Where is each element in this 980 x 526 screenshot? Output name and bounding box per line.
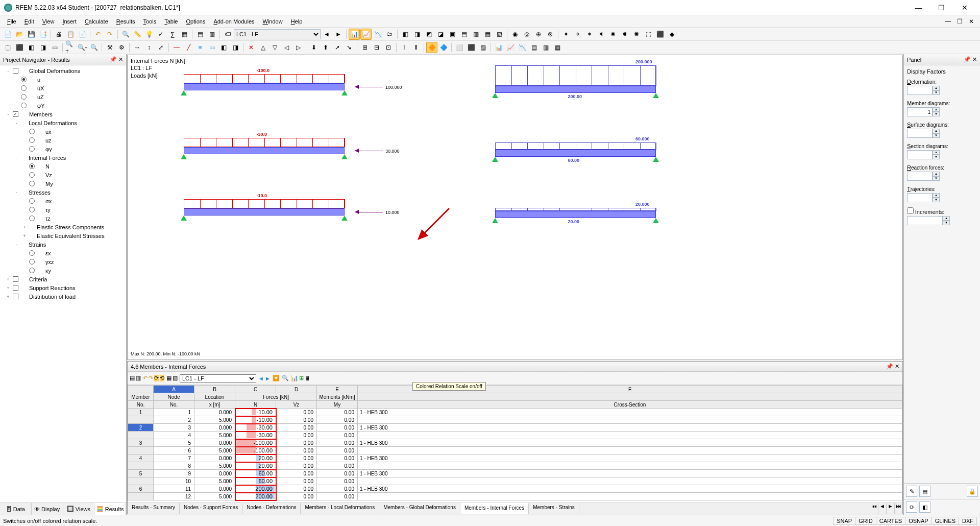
tt-a[interactable]: ▤ <box>130 375 135 381</box>
loadcase-button[interactable]: 🏷 <box>222 29 233 40</box>
result-tab-members---internal-forces[interactable]: Members - Internal Forces <box>460 503 529 514</box>
tree-node-internal-forces[interactable]: -Internal Forces <box>1 153 125 162</box>
tree-node-elastic-stress-components[interactable]: +Elastic Stress Components <box>1 223 125 231</box>
find-button[interactable]: 🔍 <box>120 29 131 40</box>
t2-v[interactable]: ▽ <box>269 42 280 53</box>
t2-ad[interactable]: ⊟ <box>371 42 382 53</box>
tab-nav-btn[interactable]: ► <box>886 503 894 514</box>
nav-tab-data[interactable]: 🗄Data <box>0 503 32 515</box>
tt-f[interactable]: ⟲ <box>160 375 164 381</box>
tree-node--y[interactable]: φy <box>1 145 125 153</box>
nav-tab-views[interactable]: 🔲Views <box>63 503 95 515</box>
tree-node-criteria[interactable]: +Criteria <box>1 275 125 283</box>
nav-tab-results[interactable]: 🧮Results <box>94 503 126 515</box>
tree-node-vz[interactable]: Vz <box>1 171 125 179</box>
t2-am[interactable]: 📊 <box>493 42 504 53</box>
pf-b[interactable]: ▤ <box>919 486 930 497</box>
tb-r[interactable]: ✸ <box>607 29 619 40</box>
tt-excel[interactable]: ⊞ <box>299 375 304 381</box>
spin-up[interactable]: ▲ <box>933 150 940 155</box>
menu-file[interactable]: File <box>3 17 20 26</box>
table-row[interactable]: 110.000-10.000.000.001 - HEB 300 <box>128 409 902 416</box>
tree-node--x[interactable]: σx <box>1 197 125 205</box>
tb-w[interactable]: ◆ <box>666 29 677 40</box>
pf-e[interactable]: ◧ <box>919 501 930 513</box>
factor-input-3[interactable] <box>907 150 933 159</box>
increments-input[interactable] <box>907 216 943 225</box>
table-row[interactable]: 230.000-30.000.000.001 - HEB 300 <box>128 424 902 432</box>
tab-nav-btn[interactable]: ⏮ <box>870 503 878 514</box>
t2-a[interactable]: ⬚ <box>2 42 13 53</box>
menu-edit[interactable]: Edit <box>20 17 38 26</box>
model-viewport[interactable]: Internal Forces N [kN] LC1 : LF Loads [k… <box>127 55 903 360</box>
t2-c[interactable]: ◧ <box>26 42 37 53</box>
results-4-button[interactable]: 🗂 <box>384 29 395 40</box>
t2-ar[interactable]: ▦ <box>552 42 563 53</box>
result-tab-results---summary[interactable]: Results - Summary <box>128 503 180 514</box>
factor-input-1[interactable] <box>907 107 933 116</box>
mdi-minimize-button[interactable]: — <box>942 17 954 26</box>
menu-calculate[interactable]: Calculate <box>81 17 112 26</box>
t2-af[interactable]: Ⅰ <box>399 42 410 53</box>
factor-input-0[interactable] <box>907 86 933 95</box>
nav-tab-display[interactable]: 👁Display <box>32 503 63 515</box>
paste-button[interactable]: 📄 <box>77 29 88 40</box>
colored-relation-scale-button[interactable]: 📊 <box>291 375 298 381</box>
t2-aq[interactable]: ▥ <box>540 42 551 53</box>
table-row[interactable]: 105.00060.000.000.00 <box>128 477 902 485</box>
t2-al[interactable]: ▨ <box>477 42 488 53</box>
print-button[interactable]: 🖨 <box>53 29 64 40</box>
tb-f[interactable]: ▤ <box>458 29 470 40</box>
increments-checkbox[interactable] <box>907 207 914 214</box>
tree-node--y[interactable]: φY <box>1 101 125 110</box>
table-row[interactable]: 590.00060.000.000.001 - HEB 300 <box>128 470 902 477</box>
menu-window[interactable]: Window <box>259 17 287 26</box>
tb-o[interactable]: ✧ <box>572 29 583 40</box>
tree-node-uz[interactable]: uz <box>1 136 125 145</box>
result-tab-nodes---support-forces[interactable]: Nodes - Support Forces <box>180 503 242 514</box>
menu-table[interactable]: Table <box>160 17 182 26</box>
tree-node-global-deformations[interactable]: -Global Deformations <box>1 66 125 75</box>
tree-node-uz[interactable]: uZ <box>1 92 125 101</box>
tree-node-distribution-of-load[interactable]: +Distribution of load <box>1 292 125 301</box>
spin-dn[interactable]: ▼ <box>933 176 940 181</box>
spin-up[interactable]: ▲ <box>943 216 950 221</box>
t2-ac[interactable]: ⊞ <box>359 42 371 53</box>
t2-ao[interactable]: 📉 <box>517 42 528 53</box>
tb-n[interactable]: ✦ <box>560 29 572 40</box>
tb-t[interactable]: ✺ <box>631 29 642 40</box>
check-button[interactable]: ✓ <box>155 29 166 40</box>
close-button[interactable]: ✕ <box>953 0 976 15</box>
tt-prev[interactable]: ◄ <box>258 375 264 381</box>
lc-next-button[interactable]: ► <box>333 29 344 40</box>
t2-l[interactable]: ↕ <box>143 42 155 53</box>
tt-filter[interactable]: 🔽 <box>273 375 280 381</box>
t2-ab[interactable]: ➘ <box>344 42 355 53</box>
t2-p[interactable]: ≡ <box>194 42 206 53</box>
tb-m[interactable]: ⊗ <box>545 29 556 40</box>
tt-find[interactable]: 🔍 <box>282 375 289 381</box>
tree-node-n[interactable]: N <box>1 162 125 171</box>
tb-j[interactable]: ◉ <box>509 29 521 40</box>
table-row[interactable]: 85.00020.000.000.00 <box>128 462 902 470</box>
t2-an[interactable]: 📈 <box>505 42 516 53</box>
results-grid[interactable]: ABCDEFMemberNodeLocationForces [kN]Momen… <box>128 385 902 503</box>
result-tab-members---global-deformations[interactable]: Members - Global Deformations <box>379 503 460 514</box>
tree-node-members[interactable]: -Members <box>1 110 125 118</box>
results-3-button[interactable]: 📉 <box>372 29 383 40</box>
t2-t[interactable]: ✕ <box>246 42 257 53</box>
tb-v[interactable]: ⬛ <box>654 29 666 40</box>
spin-up[interactable]: ▲ <box>933 172 940 176</box>
table-row[interactable]: 350.000-100.000.000.001 - HEB 300 <box>128 439 902 447</box>
tt-e[interactable]: ⟳ <box>154 375 159 381</box>
status-cell-osnap[interactable]: OSNAP <box>905 517 932 525</box>
table-panel-controls[interactable]: 📌 ✕ <box>886 363 899 370</box>
t2-m[interactable]: ⤢ <box>155 42 166 53</box>
status-cell-dxf[interactable]: DXF <box>959 517 977 525</box>
tree-node--y[interactable]: κy <box>1 266 125 275</box>
t2-g[interactable]: 🔍- <box>77 42 88 53</box>
tb-c[interactable]: ◩ <box>423 29 434 40</box>
tree-node-my[interactable]: My <box>1 179 125 188</box>
t2-aj[interactable]: ⬜ <box>454 42 465 53</box>
t2-ag[interactable]: Ⅱ <box>410 42 422 53</box>
